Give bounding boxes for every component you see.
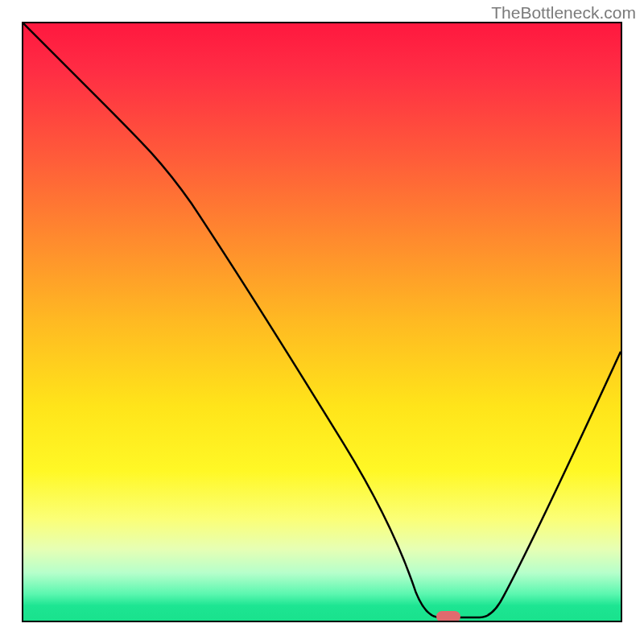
chart-frame	[22, 22, 622, 622]
chart-line	[23, 23, 621, 621]
chart-marker	[436, 611, 460, 622]
chart-curve-path	[23, 23, 621, 617]
watermark-text: TheBottleneck.com	[491, 3, 636, 23]
